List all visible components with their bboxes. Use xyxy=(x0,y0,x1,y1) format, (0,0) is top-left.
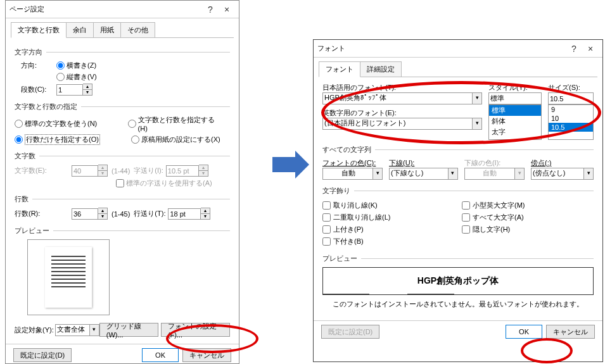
jp-font-combo[interactable]: HGP創英角ﾎﾟｯﾌﾟ体▾ xyxy=(322,92,482,104)
subscript-check[interactable]: 下付き(B) xyxy=(322,237,455,246)
font-settings-button[interactable]: フォントの設定(F)... xyxy=(161,323,230,337)
ok-button[interactable]: OK xyxy=(506,325,542,339)
group-preview: プレビュー xyxy=(322,254,357,263)
tab-strip: 文字数と行数 余白 用紙 その他 xyxy=(6,18,239,38)
size-input[interactable] xyxy=(548,92,594,104)
list-item: 10 xyxy=(549,114,593,123)
size-label: サイズ(S): xyxy=(548,83,594,92)
emphasis-label: 傍点(:) xyxy=(531,158,594,168)
jp-font-label: 日本語用のフォント(T): xyxy=(322,83,482,92)
size-list[interactable]: 9 10 10.5 xyxy=(548,104,594,140)
font-preview: HGP創英角ポップ体 xyxy=(322,267,594,295)
cancel-button[interactable]: キャンセル xyxy=(182,348,231,362)
help-icon[interactable]: ? xyxy=(566,44,582,54)
target-combo[interactable]: 文書全体▾ xyxy=(55,324,99,336)
en-font-combo[interactable]: (日本語用と同じフォント)▾ xyxy=(322,118,482,130)
strike-check[interactable]: 取り消し線(K) xyxy=(322,201,455,210)
font-color-combo[interactable]: 自動▾ xyxy=(322,168,383,180)
group-chars: 文字数 xyxy=(15,151,35,161)
lines-spinner[interactable]: ▴▾ xyxy=(72,208,108,220)
page-setup-dialog: ページ設定 ? × 文字数と行数 余白 用紙 その他 文字方向 方向: 横書き(… xyxy=(5,0,239,364)
allcaps-check[interactable]: すべて大文字(A) xyxy=(462,213,525,222)
line-pitch-spinner[interactable]: ▴▾ xyxy=(168,208,210,220)
tab-other[interactable]: その他 xyxy=(120,22,155,38)
group-lines: 行数 xyxy=(15,194,29,204)
tab-margins[interactable]: 余白 xyxy=(66,22,94,38)
underline-combo[interactable]: (下線なし)▾ xyxy=(389,168,458,180)
dstrike-check[interactable]: 二重取り消し線(L) xyxy=(322,213,455,222)
std-pitch-check xyxy=(116,179,124,187)
radio-both[interactable]: 文字数と行数を指定する(H) xyxy=(128,115,221,132)
list-item: 10.5 xyxy=(549,123,593,132)
target-label: 設定対象(Y): xyxy=(15,325,55,335)
font-color-label: フォントの色(C): xyxy=(322,158,383,168)
radio-standard[interactable]: 標準の文字数を使う(N) xyxy=(15,119,119,129)
smallcaps-check[interactable]: 小型英大文字(M) xyxy=(462,201,525,210)
direction-label: 方向: xyxy=(15,61,56,70)
group-preview: プレビュー xyxy=(15,226,49,235)
superscript-check[interactable]: 上付き(P) xyxy=(322,225,455,234)
chevron-down-icon: ▾ xyxy=(89,325,99,336)
tab-paper[interactable]: 用紙 xyxy=(93,22,121,38)
char-pitch-label: 字送り(I): xyxy=(134,166,163,175)
preview-note: このフォントはインストールされていません。最も近いフォントが使われます。 xyxy=(322,299,594,309)
underline-label: 下線(U): xyxy=(389,158,458,168)
columns-label: 段数(C): xyxy=(15,85,56,94)
tab-font[interactable]: フォント xyxy=(319,61,360,77)
cancel-button[interactable]: キャンセル xyxy=(546,325,595,339)
char-pitch-spinner: ▴▾ xyxy=(166,165,208,177)
chars-spinner: ▴▾ xyxy=(72,165,108,177)
radio-vertical[interactable]: 縦書き(V) xyxy=(56,72,97,82)
group-spec: 文字数と行数の指定 xyxy=(15,102,77,111)
preview-pane xyxy=(27,239,110,315)
radio-horizontal[interactable]: 横書き(Z) xyxy=(56,61,96,70)
group-direction: 文字方向 xyxy=(15,47,42,57)
close-icon[interactable]: × xyxy=(219,4,235,15)
radio-lines-only[interactable]: 行数だけを指定する(O) xyxy=(15,134,122,145)
style-list[interactable]: 標準 斜体 太字 xyxy=(488,104,542,140)
group-decoration: 文字飾り xyxy=(322,186,350,196)
default-button: 既定に設定(D) xyxy=(321,325,379,339)
list-item: 斜体 xyxy=(489,116,541,127)
columns-spinner[interactable]: ▴▾ xyxy=(56,84,92,96)
style-label: スタイル(Y): xyxy=(488,83,542,92)
list-item: 9 xyxy=(549,105,593,114)
arrow-icon xyxy=(272,157,309,179)
line-pitch-label: 行送り(T): xyxy=(134,209,165,218)
font-dialog: フォント ? × フォント 詳細設定 日本語用のフォント(T): HGP創英角ﾎ… xyxy=(313,39,603,362)
dialog-title: フォント xyxy=(317,44,566,53)
close-icon[interactable]: × xyxy=(582,44,599,54)
default-button[interactable]: 既定に設定(D) xyxy=(13,348,72,362)
chevron-down-icon: ▾ xyxy=(472,93,481,104)
list-item: 標準 xyxy=(489,105,541,116)
underline-color-label: 下線の色(I): xyxy=(464,158,525,168)
tab-advanced[interactable]: 詳細設定 xyxy=(360,61,402,77)
hidden-check[interactable]: 隠し文字(H) xyxy=(462,225,525,234)
tab-chars-lines[interactable]: 文字数と行数 xyxy=(11,22,67,38)
help-icon[interactable]: ? xyxy=(202,4,219,15)
radio-manuscript[interactable]: 原稿用紙の設定にする(X) xyxy=(131,135,220,144)
ok-button[interactable]: OK xyxy=(142,348,179,362)
titlebar: ページ設定 ? × xyxy=(6,1,239,18)
group-allchars: すべての文字列 xyxy=(322,145,371,154)
titlebar: フォント ? × xyxy=(314,40,602,58)
chevron-down-icon: ▾ xyxy=(472,118,481,129)
grid-button[interactable]: グリッド線(W)... xyxy=(99,323,158,337)
style-input[interactable] xyxy=(488,92,542,104)
en-font-label: 英数字用のフォント(E): xyxy=(322,108,482,118)
chevron-down-icon: ▾ xyxy=(83,90,92,96)
emphasis-combo[interactable]: (傍点なし)▾ xyxy=(531,168,594,180)
lines-label: 行数(R): xyxy=(15,209,72,218)
chars-label: 文字数(E): xyxy=(15,166,72,175)
dialog-title: ページ設定 xyxy=(10,4,202,14)
list-item: 太字 xyxy=(489,127,541,137)
underline-color-combo: 自動▾ xyxy=(464,168,525,180)
